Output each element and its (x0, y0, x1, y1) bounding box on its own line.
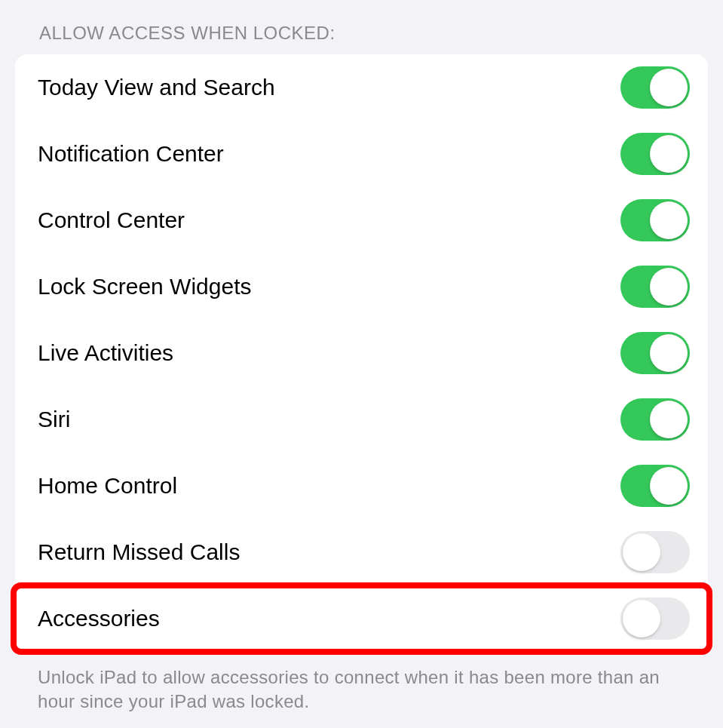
toggle-accessories[interactable] (620, 597, 690, 640)
toggle-knob (650, 334, 688, 372)
setting-row-home-control: Home Control (15, 453, 708, 519)
setting-row-wrapper: Notification Center (15, 121, 708, 187)
setting-row-wrapper: Home Control (15, 453, 708, 519)
toggle-knob (650, 69, 688, 106)
setting-row-return-missed-calls: Return Missed Calls (15, 519, 708, 585)
toggle-lock-screen-widgets[interactable] (620, 266, 690, 308)
setting-row-wrapper: Lock Screen Widgets (15, 253, 708, 320)
section-header: ALLOW ACCESS WHEN LOCKED: (15, 23, 708, 54)
toggle-control-center[interactable] (620, 199, 690, 241)
setting-row-wrapper: Siri (15, 386, 708, 453)
setting-label: Accessories (38, 606, 160, 631)
setting-label: Today View and Search (38, 75, 275, 100)
section-footer: Unlock iPad to allow accessories to conn… (15, 652, 708, 714)
setting-label: Home Control (38, 473, 177, 499)
settings-group: Today View and Search Notification Cente… (15, 54, 708, 652)
toggle-knob (623, 533, 660, 571)
setting-row-wrapper: Control Center (15, 187, 708, 253)
setting-label: Notification Center (38, 141, 224, 167)
toggle-knob (650, 467, 688, 505)
setting-row-wrapper: Return Missed Calls (15, 519, 708, 585)
setting-label: Live Activities (38, 340, 173, 366)
toggle-live-activities[interactable] (620, 332, 690, 374)
toggle-siri[interactable] (620, 398, 690, 441)
toggle-return-missed-calls[interactable] (620, 531, 690, 573)
toggle-knob (650, 201, 688, 239)
setting-row-wrapper: Accessories (15, 585, 708, 652)
setting-row-live-activities: Live Activities (15, 320, 708, 386)
setting-row-accessories: Accessories (15, 585, 708, 652)
setting-label: Siri (38, 407, 70, 432)
setting-row-today-view: Today View and Search (15, 54, 708, 121)
setting-row-wrapper: Today View and Search (15, 54, 708, 121)
setting-row-control-center: Control Center (15, 187, 708, 253)
toggle-knob (623, 600, 660, 637)
toggle-knob (650, 401, 688, 438)
toggle-knob (650, 268, 688, 306)
setting-row-wrapper: Live Activities (15, 320, 708, 386)
setting-row-notification-center: Notification Center (15, 121, 708, 187)
setting-label: Return Missed Calls (38, 539, 240, 565)
setting-row-lock-screen-widgets: Lock Screen Widgets (15, 253, 708, 320)
setting-label: Control Center (38, 207, 185, 233)
toggle-notification-center[interactable] (620, 133, 690, 175)
settings-section: ALLOW ACCESS WHEN LOCKED: Today View and… (0, 0, 723, 728)
setting-label: Lock Screen Widgets (38, 274, 251, 299)
toggle-today-view[interactable] (620, 66, 690, 109)
toggle-home-control[interactable] (620, 465, 690, 507)
toggle-knob (650, 135, 688, 173)
setting-row-siri: Siri (15, 386, 708, 453)
